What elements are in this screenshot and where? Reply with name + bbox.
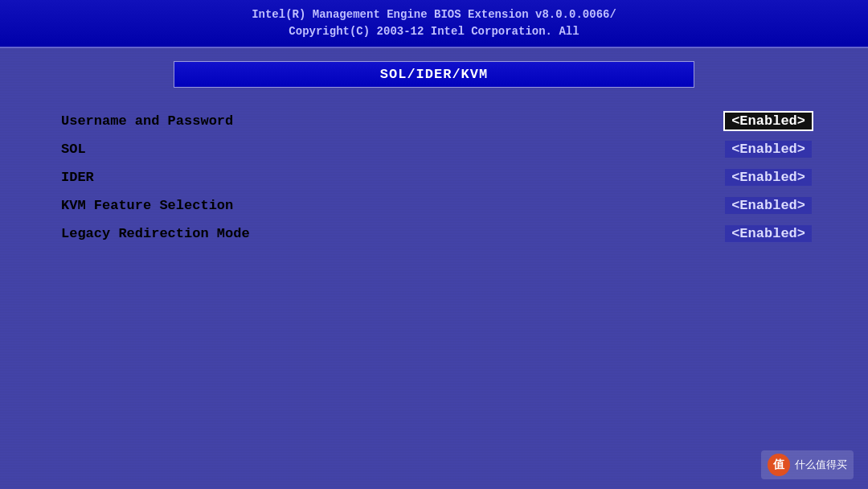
- menu-label-kvm: KVM Feature Selection: [56, 196, 238, 215]
- menu-item-sol[interactable]: SOL <Enabled>: [56, 138, 812, 160]
- watermark-icon: 值: [768, 454, 790, 476]
- menu-item-legacy[interactable]: Legacy Redirection Mode <Enabled>: [56, 223, 812, 244]
- menu-item-kvm[interactable]: KVM Feature Selection <Enabled>: [56, 195, 812, 216]
- section-title-bar: SOL/IDER/KVM: [174, 61, 694, 88]
- menu-value-kvm[interactable]: <Enabled>: [725, 197, 812, 214]
- menu-value-sol[interactable]: <Enabled>: [725, 141, 812, 158]
- menu-list: Username and Password <Enabled> SOL <Ena…: [0, 110, 868, 244]
- watermark-text: 什么值得买: [795, 458, 847, 472]
- menu-value-legacy[interactable]: <Enabled>: [725, 225, 812, 242]
- menu-item-ider[interactable]: IDER <Enabled>: [56, 166, 812, 188]
- top-header: Intel(R) Management Engine BIOS Extensio…: [0, 0, 868, 48]
- menu-item-username[interactable]: Username and Password <Enabled>: [56, 110, 812, 132]
- menu-label-sol: SOL: [56, 140, 91, 158]
- menu-value-username[interactable]: <Enabled>: [725, 113, 812, 129]
- menu-label-ider: IDER: [56, 168, 99, 187]
- watermark: 值 什么值得买: [761, 450, 854, 479]
- header-line2: Copyright(C) 2003-12 Intel Corporation. …: [8, 23, 860, 40]
- menu-label-username: Username and Password: [56, 112, 238, 130]
- header-line1: Intel(R) Management Engine BIOS Extensio…: [8, 6, 860, 23]
- section-title: SOL/IDER/KVM: [380, 67, 488, 82]
- menu-value-ider[interactable]: <Enabled>: [725, 169, 812, 186]
- menu-label-legacy: Legacy Redirection Mode: [56, 224, 255, 243]
